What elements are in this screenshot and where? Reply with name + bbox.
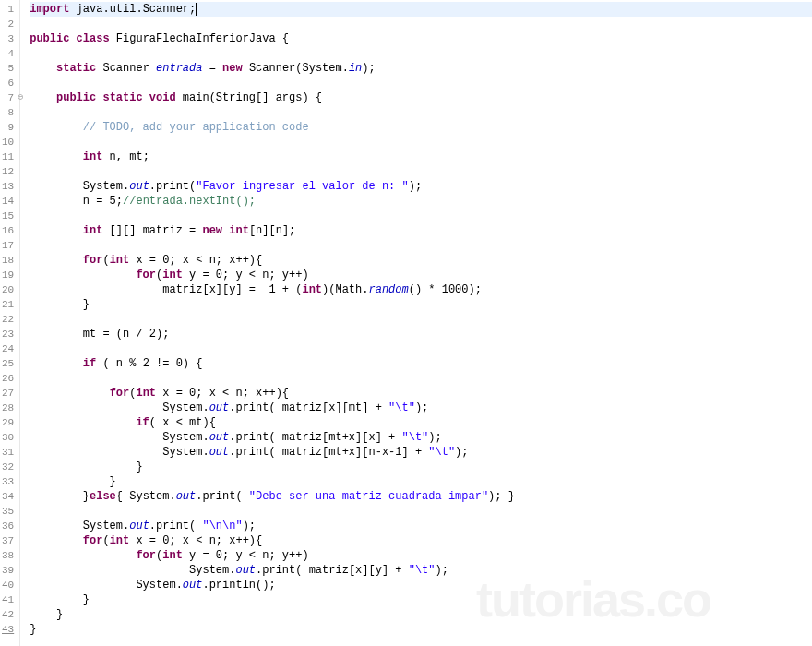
code-line[interactable]: System.out.print( matriz[mt+x][n-x-1] + … [30, 445, 812, 460]
code-line[interactable] [30, 105, 812, 120]
code-token: for [83, 534, 103, 547]
code-line[interactable]: if( x < mt){ [30, 415, 812, 430]
code-line[interactable] [30, 17, 812, 31]
code-token: out [176, 490, 197, 503]
code-token: .print( matriz[mt+x][n-x-1] + [229, 446, 428, 459]
code-token: "\t" [388, 401, 415, 414]
line-number: 2 [2, 17, 14, 31]
code-line[interactable]: System.out.print( matriz[mt+x][x] + "\t"… [30, 430, 812, 445]
code-token: int [162, 269, 183, 281]
line-number: 20 [2, 282, 14, 297]
code-line[interactable] [30, 135, 812, 150]
line-number: 5 [2, 61, 14, 76]
code-token: } [30, 490, 90, 503]
code-line[interactable]: System.out.println(); [30, 578, 812, 592]
code-token: "\t" [428, 446, 455, 459]
code-token: out [209, 431, 230, 444]
code-token: x = 0; x < n; x++){ [129, 254, 262, 267]
code-token [30, 357, 83, 370]
code-line[interactable] [30, 238, 812, 253]
code-line[interactable]: public static void main(String[] args) { [30, 90, 812, 105]
code-token: .print( [149, 180, 196, 193]
code-token: } [30, 593, 90, 606]
code-token: } [30, 608, 63, 621]
code-line[interactable] [30, 164, 812, 179]
code-token: System. [30, 180, 129, 193]
code-line[interactable] [30, 76, 812, 90]
code-line[interactable] [30, 341, 812, 356]
code-token: )(Math. [322, 283, 368, 296]
line-number: 29 [2, 415, 14, 430]
code-line[interactable]: System.out.print( matriz[x][y] + "\t"); [30, 563, 812, 578]
code-line[interactable]: for(int y = 0; y < n; y++) [30, 268, 812, 282]
line-number: 30 [2, 430, 14, 445]
code-line[interactable]: for(int y = 0; y < n; y++) [30, 548, 812, 563]
code-token: ); [409, 180, 422, 193]
line-number: 3 [2, 31, 14, 46]
code-area[interactable]: import java.util.Scanner; public class F… [20, 0, 812, 646]
code-token: public static void [56, 91, 176, 104]
code-token: ( [102, 254, 109, 267]
code-line[interactable] [30, 504, 812, 519]
code-line[interactable]: } [30, 460, 812, 474]
code-line[interactable]: if ( n % 2 != 0) { [30, 356, 812, 371]
code-token: for [136, 269, 156, 281]
code-line[interactable]: } [30, 474, 812, 489]
code-token: int [110, 254, 130, 267]
code-token: "\t" [401, 431, 428, 444]
code-line[interactable]: System.out.print( "\n\n"); [30, 519, 812, 533]
code-token: x = 0; x < n; x++){ [156, 387, 289, 400]
code-token: { System. [116, 490, 176, 503]
code-token: "\t" [409, 564, 436, 577]
code-token: System. [30, 401, 209, 414]
code-token [30, 121, 83, 134]
code-editor[interactable]: 1234567891011121314151617181920212223242… [0, 0, 812, 646]
code-line[interactable] [30, 371, 812, 386]
line-number: 12 [2, 164, 14, 179]
code-line[interactable]: for(int x = 0; x < n; x++){ [30, 253, 812, 268]
code-token [30, 534, 83, 547]
code-line[interactable]: // TODO, add your application code [30, 120, 812, 135]
code-token: n = 5; [30, 195, 123, 208]
code-line[interactable]: mt = (n / 2); [30, 327, 812, 341]
line-number: 19 [2, 268, 14, 282]
code-line[interactable]: }else{ System.out.print( "Debe ser una m… [30, 489, 812, 504]
code-line[interactable]: for(int x = 0; x < n; x++){ [30, 533, 812, 548]
code-line[interactable]: public class FiguraFlechaInferiorJava { [30, 31, 812, 46]
code-token: System. [30, 579, 183, 592]
code-token: System. [30, 446, 209, 459]
code-line[interactable]: } [30, 592, 812, 607]
line-number: 6 [2, 76, 14, 90]
code-line[interactable]: System.out.print("Favor ingresar el valo… [30, 179, 812, 194]
line-number: 22 [2, 312, 14, 327]
code-token: ); [428, 431, 441, 444]
line-number-gutter: 1234567891011121314151617181920212223242… [0, 0, 20, 646]
code-token: x = 0; x < n; x++){ [129, 534, 262, 547]
code-token: int [162, 549, 183, 562]
code-token: out [209, 446, 230, 459]
code-line[interactable]: } [30, 607, 812, 622]
code-token: Scanner [96, 62, 156, 75]
line-number: 18 [2, 253, 14, 268]
code-line[interactable] [30, 312, 812, 327]
code-line[interactable]: n = 5;//entrada.nextInt(); [30, 194, 812, 209]
code-line[interactable]: } [30, 297, 812, 312]
code-token: .print( [196, 490, 249, 503]
code-token: } [30, 298, 90, 311]
code-token: System. [30, 564, 235, 577]
code-line[interactable] [30, 46, 812, 61]
code-token: .print( matriz[x][mt] + [229, 401, 388, 414]
line-number: 36 [2, 519, 14, 533]
code-line[interactable]: static Scanner entrada = new Scanner(Sys… [30, 61, 812, 76]
code-token [30, 269, 136, 281]
code-line[interactable]: int n, mt; [30, 150, 812, 164]
code-token: // TODO, add your application code [83, 121, 309, 134]
code-line[interactable]: for(int x = 0; x < n; x++){ [30, 386, 812, 401]
code-token [30, 254, 83, 267]
code-line[interactable]: } [30, 622, 812, 637]
code-line[interactable]: System.out.print( matriz[x][mt] + "\t"); [30, 401, 812, 415]
code-line[interactable]: matriz[x][y] = 1 + (int)(Math.random() *… [30, 282, 812, 297]
code-line[interactable]: int [][] matriz = new int[n][n]; [30, 223, 812, 238]
code-line[interactable] [30, 209, 812, 223]
code-line[interactable]: import java.util.Scanner; [30, 2, 812, 17]
